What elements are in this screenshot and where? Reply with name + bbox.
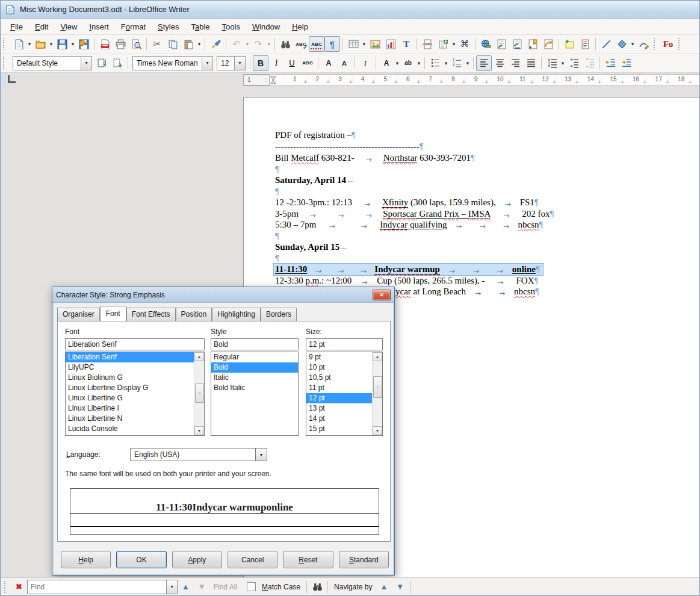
- paragraph-style-dropdown[interactable]: ▾: [81, 57, 91, 70]
- increase-indent-icon[interactable]: [602, 55, 618, 71]
- find-input[interactable]: [28, 583, 166, 591]
- track-changes-icon[interactable]: [577, 36, 593, 52]
- list-item[interactable]: Lucida Console: [66, 424, 194, 434]
- numbered-list-icon[interactable]: 12: [449, 55, 465, 71]
- insert-comment-icon[interactable]: [562, 36, 577, 52]
- standard-button[interactable]: Standard: [339, 551, 389, 568]
- list-item[interactable]: 10 pt: [306, 362, 373, 373]
- insert-line-icon[interactable]: [598, 36, 614, 52]
- open-file-icon[interactable]: [33, 36, 48, 52]
- menu-view[interactable]: View: [54, 19, 83, 34]
- document-line[interactable]: Bill Metcalf 630-821-→Northstar 630-393-…: [275, 152, 475, 164]
- decrease-indent-icon[interactable]: [618, 55, 634, 71]
- bullets-dropdown-caret[interactable]: ▾: [443, 56, 449, 70]
- cross-reference-icon[interactable]: [540, 36, 556, 52]
- list-item[interactable]: Linux Libertine N: [66, 414, 194, 424]
- toolbar-grip[interactable]: [4, 581, 10, 593]
- clone-formatting-icon[interactable]: [208, 36, 223, 52]
- print-icon[interactable]: [113, 36, 128, 52]
- find-and-replace-icon[interactable]: [309, 579, 325, 595]
- shapes-dropdown-caret[interactable]: ▾: [630, 37, 636, 51]
- horizontal-ruler[interactable]: 1: :1┴:2┴:3┴:4┴:5┴:6┴:7┴:8┴:9┴:10┴:11┴:1…: [243, 74, 699, 86]
- document-line[interactable]: 3-5pm→→→Sportscar Grand Prix – IMSA→202 …: [275, 208, 554, 220]
- undo-icon[interactable]: ↶: [229, 36, 244, 52]
- find-next-icon[interactable]: ▼: [198, 582, 206, 591]
- dialog-close-icon[interactable]: ✕: [373, 290, 391, 300]
- font-name-dropdown[interactable]: ▾: [202, 57, 212, 70]
- tab-organiser[interactable]: Organiser: [57, 308, 100, 321]
- insert-bookmark-icon[interactable]: [525, 36, 540, 52]
- highlight-color-icon[interactable]: ab: [400, 55, 416, 71]
- bullet-list-icon[interactable]: [427, 55, 443, 71]
- undo-dropdown-caret[interactable]: ▾: [244, 37, 250, 51]
- field-dropdown-caret[interactable]: ▾: [451, 37, 457, 51]
- list-item[interactable]: LilyUPC: [66, 362, 194, 373]
- menu-help[interactable]: Help: [286, 19, 314, 34]
- new-style-icon[interactable]: [110, 55, 125, 71]
- list-item[interactable]: 9 pt: [306, 352, 373, 362]
- font-color-icon[interactable]: A: [379, 55, 394, 71]
- list-item[interactable]: Linux Libertine I: [66, 403, 194, 414]
- size-list[interactable]: 9 pt10 pt10,5 pt11 pt12 pt13 pt14 pt15 p…: [306, 352, 383, 436]
- basic-shapes-icon[interactable]: [614, 36, 630, 52]
- tab-font[interactable]: Font: [100, 306, 126, 321]
- insert-chart-icon[interactable]: [383, 36, 398, 52]
- menu-tools[interactable]: Tools: [216, 19, 246, 34]
- list-item[interactable]: Linux Libertine Display G: [66, 383, 194, 393]
- page-break-icon[interactable]: [420, 36, 435, 52]
- find-dropdown[interactable]: ▾: [166, 580, 177, 594]
- language-dropdown[interactable]: ▾: [255, 449, 267, 461]
- paragraph-style-combo[interactable]: Default Style▾: [13, 56, 92, 70]
- print-preview-icon[interactable]: [128, 36, 144, 52]
- close-find-bar-icon[interactable]: ✖: [16, 582, 22, 591]
- find-all-button[interactable]: Find All: [214, 583, 237, 591]
- spelling-icon[interactable]: ABC✓: [293, 36, 309, 52]
- new-dropdown-caret[interactable]: ▾: [26, 37, 33, 51]
- document-line-selected[interactable]: 11-11:30→→→Indycar warmup→→→online¶: [274, 264, 543, 275]
- find-previous-icon[interactable]: ▲: [182, 582, 190, 591]
- list-item[interactable]: Regular: [211, 352, 298, 362]
- highlight-dropdown-caret[interactable]: ▾: [416, 56, 422, 70]
- align-right-icon[interactable]: [507, 55, 523, 71]
- insert-footnote-icon[interactable]: [494, 36, 509, 52]
- tab-highlighting[interactable]: Highlighting: [212, 308, 261, 321]
- menu-window[interactable]: Window: [246, 19, 286, 34]
- scroll-down-icon[interactable]: ▼: [194, 426, 204, 435]
- formatting-marks-icon[interactable]: ¶: [324, 36, 340, 52]
- reset-button[interactable]: Reset: [283, 551, 333, 568]
- document-line[interactable]: Saturday, April 14←: [275, 175, 355, 186]
- insert-hyperlink-icon[interactable]: [478, 36, 494, 52]
- italic-icon[interactable]: I: [268, 55, 284, 71]
- list-item[interactable]: 12 pt: [306, 393, 373, 403]
- apply-button[interactable]: Apply: [172, 551, 222, 568]
- list-item[interactable]: Linux Biolinum G: [66, 373, 194, 383]
- list-item[interactable]: 14 pt: [306, 414, 373, 424]
- indent-marker[interactable]: [270, 76, 276, 85]
- cancel-button[interactable]: Cancel: [228, 551, 277, 568]
- insert-table-icon[interactable]: [345, 36, 361, 52]
- insert-endnote-icon[interactable]: [509, 36, 525, 52]
- match-case-checkbox[interactable]: [247, 582, 256, 591]
- clear-formatting-icon[interactable]: I: [358, 55, 373, 71]
- list-item[interactable]: 16 pt: [306, 434, 373, 436]
- export-pdf-icon[interactable]: [97, 36, 113, 52]
- list-item[interactable]: 15 pt: [306, 424, 373, 434]
- style-list[interactable]: RegularBoldItalicBold Italic: [211, 352, 299, 436]
- new-document-icon[interactable]: [11, 36, 26, 52]
- document-line[interactable]: Sunday, April 15←: [275, 241, 348, 253]
- line-spacing-dropdown-caret[interactable]: ▾: [560, 56, 566, 70]
- document-line[interactable]: ----------------------------------------…: [275, 141, 424, 152]
- menu-edit[interactable]: Edit: [29, 19, 54, 34]
- font-list[interactable]: Liberation SerifLilyUPCLinux Biolinum GL…: [65, 352, 205, 436]
- document-line[interactable]: 12-3:30 p.m.: ~12:00→Cup (500 laps, 266.…: [275, 275, 538, 287]
- style-input[interactable]: Bold: [211, 338, 299, 350]
- ok-button[interactable]: OK: [116, 551, 166, 568]
- decrease-paragraph-spacing-icon[interactable]: [581, 55, 597, 71]
- tab-font-effects[interactable]: Font Effects: [126, 308, 176, 321]
- document-line[interactable]: ¶: [275, 231, 279, 242]
- menu-insert[interactable]: Insert: [83, 19, 115, 34]
- list-item[interactable]: Liberation Serif: [66, 352, 194, 362]
- scrollbar-thumb[interactable]: ≡: [195, 383, 204, 403]
- redo-icon[interactable]: ↷: [250, 36, 266, 52]
- scroll-up-icon[interactable]: ▲: [373, 352, 382, 361]
